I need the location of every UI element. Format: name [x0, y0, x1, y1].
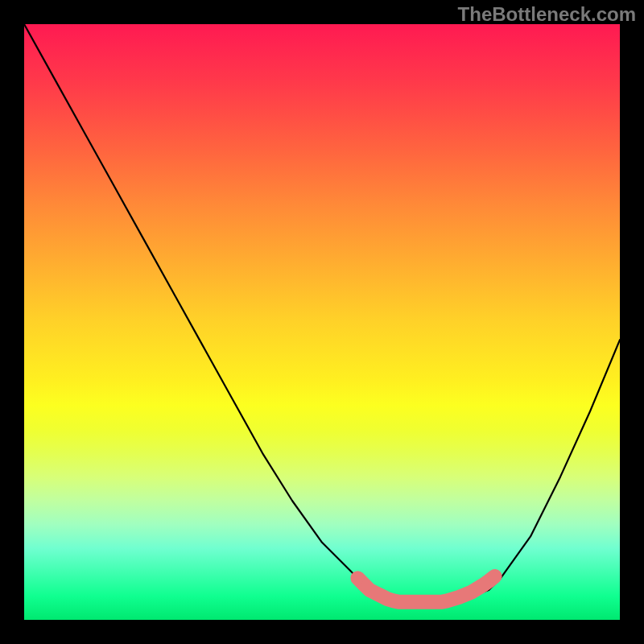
bottom-marker-dot: [489, 570, 502, 583]
chart-container: TheBottleneck.com: [0, 0, 644, 644]
chart-svg: [24, 24, 620, 620]
watermark-label: TheBottleneck.com: [458, 3, 636, 26]
plot-area: [24, 24, 620, 620]
bottom-marker-line: [357, 576, 494, 602]
bottom-marker-dot: [351, 572, 364, 584]
curve-line: [24, 24, 620, 602]
bottom-marker-group: [351, 570, 501, 602]
